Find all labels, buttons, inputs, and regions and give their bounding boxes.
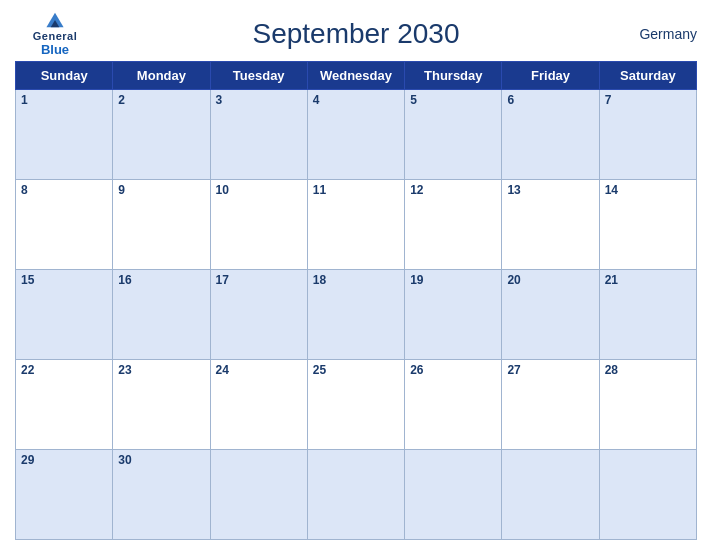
header: General Blue September 2030 Germany (15, 10, 697, 57)
calendar-cell: 22 (16, 360, 113, 450)
day-number: 2 (118, 93, 125, 107)
calendar-cell: 7 (599, 90, 696, 180)
day-number: 8 (21, 183, 28, 197)
calendar-week-row: 15161718192021 (16, 270, 697, 360)
day-number: 1 (21, 93, 28, 107)
calendar-cell: 25 (307, 360, 404, 450)
day-number: 27 (507, 363, 520, 377)
calendar-table: SundayMondayTuesdayWednesdayThursdayFrid… (15, 61, 697, 540)
day-number: 15 (21, 273, 34, 287)
calendar-cell: 27 (502, 360, 599, 450)
day-number: 16 (118, 273, 131, 287)
logo: General Blue (15, 10, 95, 57)
generalblue-logo-icon (40, 10, 70, 30)
calendar-cell: 13 (502, 180, 599, 270)
calendar-cell: 23 (113, 360, 210, 450)
calendar-cell: 5 (405, 90, 502, 180)
calendar-cell: 9 (113, 180, 210, 270)
day-number: 19 (410, 273, 423, 287)
calendar-cell: 12 (405, 180, 502, 270)
calendar-cell: 19 (405, 270, 502, 360)
calendar-cell (307, 450, 404, 540)
day-number: 3 (216, 93, 223, 107)
calendar-week-row: 891011121314 (16, 180, 697, 270)
calendar-cell: 1 (16, 90, 113, 180)
calendar-cell: 29 (16, 450, 113, 540)
weekday-header-monday: Monday (113, 62, 210, 90)
calendar-cell: 6 (502, 90, 599, 180)
day-number: 29 (21, 453, 34, 467)
calendar-cell: 26 (405, 360, 502, 450)
calendar-cell (502, 450, 599, 540)
day-number: 13 (507, 183, 520, 197)
calendar-cell: 21 (599, 270, 696, 360)
calendar-week-row: 2930 (16, 450, 697, 540)
day-number: 9 (118, 183, 125, 197)
calendar-cell: 16 (113, 270, 210, 360)
calendar-cell: 11 (307, 180, 404, 270)
calendar-cell: 15 (16, 270, 113, 360)
calendar-cell: 24 (210, 360, 307, 450)
weekday-header-sunday: Sunday (16, 62, 113, 90)
logo-general-text: General (33, 30, 77, 42)
day-number: 25 (313, 363, 326, 377)
weekday-header-row: SundayMondayTuesdayWednesdayThursdayFrid… (16, 62, 697, 90)
calendar-cell: 17 (210, 270, 307, 360)
day-number: 24 (216, 363, 229, 377)
weekday-header-friday: Friday (502, 62, 599, 90)
day-number: 12 (410, 183, 423, 197)
calendar-cell: 4 (307, 90, 404, 180)
day-number: 21 (605, 273, 618, 287)
day-number: 30 (118, 453, 131, 467)
calendar-cell: 14 (599, 180, 696, 270)
country-label: Germany (617, 26, 697, 42)
calendar-cell: 3 (210, 90, 307, 180)
weekday-header-saturday: Saturday (599, 62, 696, 90)
calendar-cell: 2 (113, 90, 210, 180)
day-number: 10 (216, 183, 229, 197)
day-number: 5 (410, 93, 417, 107)
calendar-cell: 8 (16, 180, 113, 270)
calendar-week-row: 1234567 (16, 90, 697, 180)
day-number: 28 (605, 363, 618, 377)
calendar-cell (405, 450, 502, 540)
calendar-cell: 28 (599, 360, 696, 450)
calendar-week-row: 22232425262728 (16, 360, 697, 450)
day-number: 14 (605, 183, 618, 197)
calendar-cell (210, 450, 307, 540)
day-number: 26 (410, 363, 423, 377)
weekday-header-tuesday: Tuesday (210, 62, 307, 90)
day-number: 7 (605, 93, 612, 107)
day-number: 11 (313, 183, 326, 197)
day-number: 18 (313, 273, 326, 287)
weekday-header-wednesday: Wednesday (307, 62, 404, 90)
day-number: 20 (507, 273, 520, 287)
day-number: 23 (118, 363, 131, 377)
weekday-header-thursday: Thursday (405, 62, 502, 90)
calendar-title: September 2030 (95, 18, 617, 50)
day-number: 4 (313, 93, 320, 107)
calendar-cell: 18 (307, 270, 404, 360)
calendar-cell: 10 (210, 180, 307, 270)
logo-blue-text: Blue (41, 42, 69, 57)
calendar-cell: 20 (502, 270, 599, 360)
calendar-cell (599, 450, 696, 540)
day-number: 6 (507, 93, 514, 107)
calendar-cell: 30 (113, 450, 210, 540)
day-number: 17 (216, 273, 229, 287)
day-number: 22 (21, 363, 34, 377)
